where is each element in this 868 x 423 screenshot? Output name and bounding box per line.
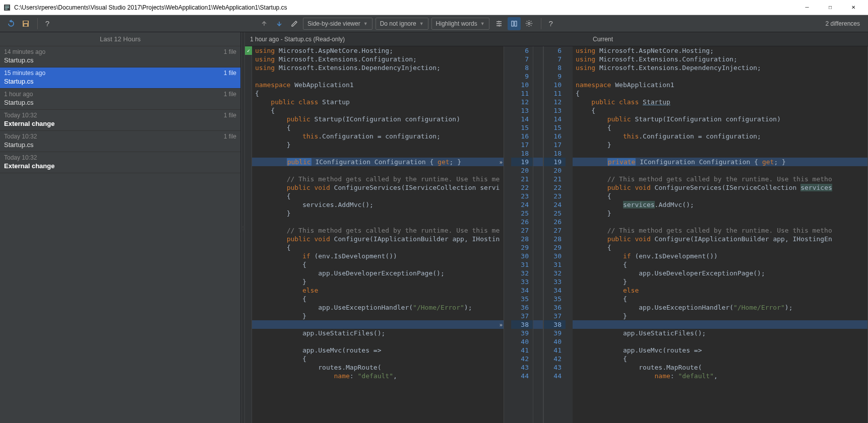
line-number: 39 bbox=[511, 329, 533, 337]
line-number: 27 bbox=[544, 226, 566, 235]
code-line: using Microsoft.Extensions.Configuration… bbox=[252, 55, 504, 63]
edit-icon[interactable] bbox=[288, 17, 301, 30]
line-number: 26 bbox=[544, 218, 566, 226]
line-number: 7 bbox=[511, 55, 533, 63]
line-number: 10 bbox=[511, 81, 533, 89]
line-number: 17 bbox=[544, 140, 566, 149]
apply-chevron-icon[interactable]: » bbox=[500, 158, 503, 166]
svg-point-9 bbox=[528, 22, 530, 24]
help-icon[interactable]: ? bbox=[41, 17, 54, 30]
app-icon bbox=[3, 4, 11, 12]
ignore-mode-dropdown[interactable]: Do not ignore ▼ bbox=[376, 18, 428, 30]
history-item[interactable]: Today 10:321 fileStartup.cs bbox=[0, 131, 240, 152]
line-number: 25 bbox=[511, 209, 533, 218]
line-number: 7 bbox=[544, 55, 566, 63]
line-number: 24 bbox=[511, 200, 533, 209]
window-maximize-button[interactable]: □ bbox=[819, 0, 842, 15]
history-count: 1 file bbox=[224, 69, 236, 77]
right-pane-label: Current bbox=[588, 32, 868, 46]
line-number: 39 bbox=[544, 329, 566, 337]
chevron-down-icon: ▼ bbox=[419, 21, 424, 26]
code-line: public void Configure(IApplicationBuilde… bbox=[573, 235, 867, 243]
highlight-mode-label: Highlight words bbox=[436, 20, 477, 27]
line-number: 13 bbox=[544, 106, 566, 115]
code-line bbox=[573, 320, 867, 329]
line-number: 41 bbox=[511, 346, 533, 355]
code-line: { bbox=[252, 106, 504, 115]
line-number: 6 bbox=[511, 46, 533, 55]
prev-diff-icon[interactable] bbox=[258, 17, 271, 30]
history-item[interactable]: Today 10:321 fileExternal change bbox=[0, 110, 240, 131]
line-number: 43 bbox=[544, 363, 566, 372]
revert-icon[interactable] bbox=[4, 17, 17, 30]
right-code-pane[interactable]: using Microsoft.AspNetCore.Hosting;using… bbox=[573, 46, 868, 423]
code-line: { bbox=[252, 260, 504, 269]
line-number: 26 bbox=[511, 218, 533, 226]
line-number: 28 bbox=[544, 235, 566, 243]
code-line bbox=[573, 218, 867, 226]
viewer-mode-dropdown[interactable]: Side-by-side viewer ▼ bbox=[303, 18, 373, 30]
settings-icon[interactable] bbox=[523, 17, 536, 30]
line-number: 43 bbox=[511, 363, 533, 372]
svg-rect-1 bbox=[5, 6, 9, 7]
history-count: 1 file bbox=[224, 112, 236, 119]
line-number: 31 bbox=[544, 260, 566, 269]
code-line: } bbox=[573, 140, 867, 149]
next-diff-icon[interactable] bbox=[273, 17, 286, 30]
line-number: 23 bbox=[544, 192, 566, 200]
code-line: app.UseExceptionHandler("/Home/Error"); bbox=[573, 303, 867, 312]
line-number: 11 bbox=[544, 89, 566, 98]
line-number: 20 bbox=[511, 166, 533, 175]
window-close-button[interactable]: ✕ bbox=[842, 0, 865, 15]
line-number: 24 bbox=[544, 200, 566, 209]
history-count: 1 file bbox=[224, 133, 236, 140]
window-minimize-button[interactable]: ─ bbox=[795, 0, 819, 15]
code-line: using Microsoft.AspNetCore.Hosting; bbox=[252, 46, 504, 55]
left-code-pane[interactable]: using Microsoft.AspNetCore.Hosting;using… bbox=[252, 46, 504, 423]
save-icon[interactable] bbox=[19, 17, 32, 30]
line-number: 38 bbox=[511, 320, 533, 329]
code-line bbox=[573, 166, 867, 175]
vertical-splitter[interactable]: ⋮ bbox=[241, 32, 245, 423]
line-number: 18 bbox=[544, 149, 566, 158]
history-time: Today 10:32 bbox=[4, 133, 37, 140]
history-count: 1 file bbox=[224, 48, 236, 55]
help2-icon[interactable]: ? bbox=[544, 17, 557, 30]
code-line: public class Startup bbox=[252, 98, 504, 106]
code-line: { bbox=[252, 295, 504, 303]
history-item[interactable]: 1 hour ago1 fileStartup.cs bbox=[0, 89, 240, 110]
diff-count-label: 2 differences bbox=[826, 20, 864, 27]
highlight-mode-dropdown[interactable]: Highlight words ▼ bbox=[431, 18, 489, 30]
chevron-down-icon: ▼ bbox=[363, 21, 368, 26]
line-number: 17 bbox=[511, 140, 533, 149]
collapse-unchanged-icon[interactable] bbox=[492, 17, 506, 30]
code-line: { bbox=[252, 355, 504, 363]
code-line: app.UseStaticFiles(); bbox=[573, 329, 867, 337]
right-fold-gutter bbox=[566, 46, 573, 423]
sync-scroll-icon[interactable] bbox=[508, 17, 521, 30]
history-item[interactable]: 15 minutes ago1 fileStartup.cs bbox=[0, 67, 240, 89]
apply-chevron-icon[interactable]: » bbox=[500, 320, 503, 329]
line-number: 30 bbox=[544, 252, 566, 260]
history-time: 1 hour ago bbox=[4, 91, 33, 98]
code-line: app.UseMvc(routes => bbox=[573, 346, 867, 355]
code-line: } bbox=[573, 312, 867, 320]
history-title: External change bbox=[4, 162, 236, 170]
line-number: 20 bbox=[544, 166, 566, 175]
line-number: 32 bbox=[544, 269, 566, 277]
line-number: 42 bbox=[511, 355, 533, 363]
line-number: 13 bbox=[511, 106, 533, 115]
history-item[interactable]: Today 10:32External change bbox=[0, 152, 240, 173]
code-line bbox=[573, 337, 867, 346]
svg-rect-7 bbox=[512, 21, 514, 26]
viewer-mode-label: Side-by-side viewer bbox=[307, 20, 360, 27]
code-line: { bbox=[573, 89, 867, 98]
line-number: 44 bbox=[544, 372, 566, 380]
line-number: 8 bbox=[544, 63, 566, 72]
line-number: 29 bbox=[511, 243, 533, 252]
code-line: } bbox=[252, 209, 504, 218]
code-line: } bbox=[252, 277, 504, 286]
code-line: app.UseExceptionHandler("/Home/Error"); bbox=[252, 303, 504, 312]
history-item[interactable]: 14 minutes ago1 fileStartup.cs bbox=[0, 46, 240, 67]
code-line: // This method gets called by the runtim… bbox=[252, 175, 504, 183]
